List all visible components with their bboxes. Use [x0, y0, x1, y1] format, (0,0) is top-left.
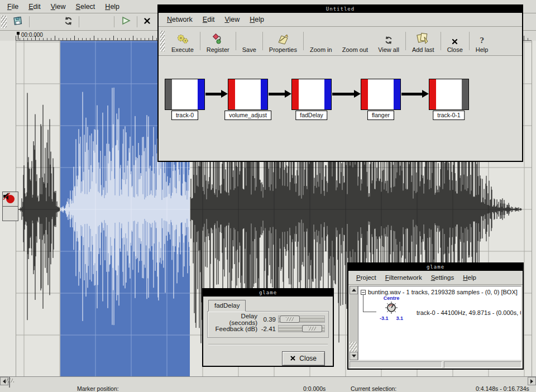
- node-label: fadDelay: [295, 111, 327, 120]
- vertical-scrollbar[interactable]: [350, 286, 358, 360]
- register-button[interactable]: Register: [202, 28, 234, 54]
- slider-handle[interactable]: [280, 315, 300, 323]
- close-button[interactable]: Close: [282, 351, 325, 366]
- network-titlebar[interactable]: Untitled: [159, 6, 522, 13]
- save-button[interactable]: [10, 15, 25, 28]
- filter-node-volume-adjust[interactable]: [228, 79, 268, 110]
- menu-edit[interactable]: Edit: [198, 14, 220, 25]
- close-x-icon: [452, 32, 458, 45]
- scrollbar-trough[interactable]: [350, 294, 358, 352]
- input-port[interactable]: [429, 79, 436, 109]
- menu-edit[interactable]: Edit: [23, 1, 46, 12]
- menu-help[interactable]: Help: [245, 14, 269, 25]
- help-button[interactable]: ? Help: [471, 28, 494, 54]
- menu-filternetwork[interactable]: Filternetwork: [381, 273, 427, 282]
- ruler-position-label: 00:0.000: [21, 32, 43, 38]
- menu-help[interactable]: Help: [100, 1, 125, 12]
- connection-arrowhead: [354, 90, 361, 98]
- toolbar-separator: [236, 32, 236, 50]
- properties-button[interactable]: Properties: [264, 28, 302, 54]
- execute-button[interactable]: Execute: [166, 28, 199, 54]
- dialog-titlebar[interactable]: glame: [203, 289, 333, 297]
- node-label: volume_adjust: [224, 111, 271, 120]
- mute-button[interactable]: [2, 206, 18, 221]
- statusbar: Marker position: 0:0.000s Current select…: [0, 385, 536, 392]
- current-selection-value: 0:4.148s - 0:16.734s: [476, 385, 529, 392]
- input-port[interactable]: [292, 79, 299, 109]
- knob-icon[interactable]: [385, 301, 398, 314]
- zoom-in-button[interactable]: Zoom in: [305, 28, 337, 54]
- project-titlebar[interactable]: glame: [348, 264, 523, 271]
- separator: [208, 344, 328, 345]
- output-port[interactable]: [462, 79, 468, 109]
- network-canvas[interactable]: track-0 volume_adjust fadDelay flanger t…: [159, 56, 522, 160]
- filter-node-faddelay[interactable]: [291, 79, 332, 110]
- gain-knob-control[interactable]: Centre -3.1 3.1: [379, 295, 404, 321]
- menu-select[interactable]: Select: [71, 1, 100, 12]
- connection-arrowhead: [221, 90, 228, 98]
- arrow-up-icon: [352, 289, 356, 291]
- ruler-marker[interactable]: [17, 32, 20, 35]
- menu-view[interactable]: View: [46, 1, 71, 12]
- menu-settings[interactable]: Settings: [427, 273, 459, 282]
- toolbar-grip[interactable]: [160, 31, 165, 51]
- toolbar-separator: [29, 16, 30, 27]
- output-port[interactable]: [394, 79, 400, 109]
- menu-file[interactable]: File: [2, 1, 23, 12]
- tree-item-bunting[interactable]: bunting.wav - 1 tracks, 2199328 samples …: [361, 289, 518, 295]
- toolbar-separator: [137, 16, 137, 27]
- scroll-down-button[interactable]: [350, 352, 358, 360]
- output-port[interactable]: [261, 79, 267, 109]
- wave-frame-right: [532, 41, 532, 376]
- delay-slider[interactable]: [278, 315, 325, 323]
- filter-node-flanger[interactable]: [361, 79, 401, 110]
- refresh-button[interactable]: [61, 15, 75, 28]
- connection-wire[interactable]: [269, 93, 285, 95]
- refresh-icon: [64, 16, 73, 28]
- toolbar-grip[interactable]: [1, 16, 7, 28]
- output-port[interactable]: [198, 79, 204, 109]
- current-selection-label: Current selection:: [351, 385, 396, 392]
- play-icon: [121, 16, 131, 27]
- scroll-up-button[interactable]: [350, 286, 358, 294]
- menu-help[interactable]: Help: [458, 273, 481, 282]
- project-statusbar: [350, 361, 521, 368]
- slider-handle[interactable]: [302, 325, 322, 332]
- input-port[interactable]: [165, 79, 172, 109]
- output-port[interactable]: [324, 79, 331, 109]
- connection-wire[interactable]: [332, 93, 354, 95]
- tree-item-track-0[interactable]: track-0 - 44100Hz, 49.871s - (0.000s, 0): [417, 309, 521, 316]
- connection-arrowhead: [285, 90, 291, 98]
- close-button-label: Close: [299, 355, 317, 362]
- play-button[interactable]: [119, 15, 133, 28]
- input-port[interactable]: [361, 79, 368, 109]
- glame-application: File Edit View Select Help: [0, 0, 536, 392]
- delay-label: Delay (seconds): [211, 313, 260, 326]
- filter-node-track-0[interactable]: [165, 79, 205, 110]
- diskette-icon: [13, 16, 22, 28]
- view-all-button[interactable]: View all: [373, 28, 404, 54]
- feedback-slider[interactable]: [278, 325, 325, 332]
- save-button[interactable]: Save: [237, 28, 261, 54]
- tab-faddelay[interactable]: fadDelay: [208, 300, 246, 312]
- knob-max-value: 3.1: [396, 315, 403, 321]
- close-button[interactable]: Close: [442, 28, 468, 54]
- scrollbar-trough[interactable]: [8, 377, 528, 385]
- input-port[interactable]: [228, 79, 235, 109]
- menu-view[interactable]: View: [219, 14, 245, 25]
- network-toolbar: Execute Register Save Properties: [159, 27, 522, 56]
- menu-project[interactable]: Project: [352, 273, 381, 282]
- toolbar-separator: [114, 16, 114, 27]
- add-last-button[interactable]: Add last: [407, 28, 439, 54]
- stop-button[interactable]: [140, 15, 154, 28]
- horizontal-scrollbar[interactable]: [0, 376, 536, 385]
- connection-wire[interactable]: [205, 93, 221, 95]
- filter-node-track-0-1[interactable]: [429, 79, 469, 110]
- delay-value: 0.39: [260, 316, 277, 323]
- scroll-right-button[interactable]: [528, 377, 536, 385]
- zoom-out-button[interactable]: Zoom out: [337, 28, 373, 54]
- feedback-label: Feedback (dB): [211, 326, 260, 332]
- menu-network[interactable]: Network: [162, 14, 198, 25]
- connection-wire[interactable]: [401, 93, 422, 95]
- project-menubar: Project Filternetwork Settings Help: [348, 271, 523, 285]
